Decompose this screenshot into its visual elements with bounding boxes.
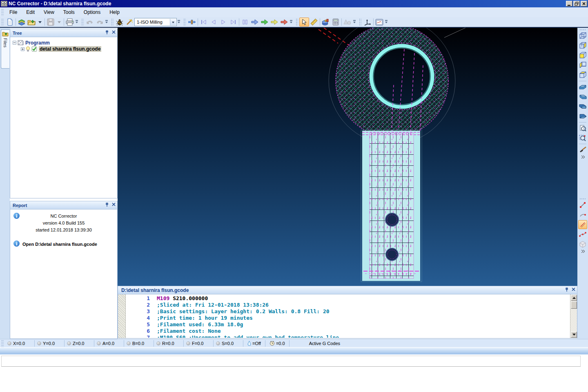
mode-combobox[interactable]: 1-ISO Milling — [134, 18, 177, 26]
view-cube-top-icon[interactable] — [578, 71, 587, 80]
zoom-page-icon[interactable] — [578, 124, 587, 133]
run-yellow-arrow-button[interactable] — [270, 18, 279, 27]
iso-view-nw-icon[interactable] — [578, 92, 587, 101]
gcode-line[interactable]: 3;Basic settings: Layer height: 0.2 Wall… — [126, 308, 570, 315]
toolbar-grip[interactable] — [1, 18, 4, 26]
expand-expander-icon[interactable] — [21, 47, 24, 51]
gcode-lines[interactable]: 1M109 S210.000000 2;Sliced at: Fri 12-01… — [126, 295, 570, 338]
run-green-arrow-button[interactable] — [260, 18, 270, 27]
view-cube-right-icon[interactable] — [578, 41, 587, 50]
measure-arc-icon[interactable] — [578, 210, 587, 219]
pin-icon[interactable] — [565, 287, 569, 292]
measure-line-icon[interactable] — [578, 200, 587, 209]
scroll-down-button[interactable] — [571, 332, 577, 338]
step-back-button[interactable] — [209, 18, 218, 27]
go-start-button[interactable] — [199, 18, 209, 27]
open-file-button[interactable] — [27, 18, 36, 27]
toolbar-overflow-tools[interactable] — [352, 18, 357, 26]
toolbar-overflow-view[interactable] — [384, 18, 389, 26]
gcode-line[interactable]: 2;Sliced at: Fri 12-01-2018 13:38:26 — [126, 302, 570, 308]
solid-view-icon[interactable] — [578, 240, 587, 249]
undo-button[interactable] — [85, 18, 95, 27]
go-end-button[interactable] — [228, 18, 238, 27]
play-button[interactable] — [218, 18, 228, 27]
print-button[interactable] — [65, 18, 75, 27]
toolbar-overflow-edit[interactable] — [105, 18, 109, 26]
menu-tools[interactable]: Tools — [59, 8, 79, 16]
tree-root-row[interactable]: Programm — [13, 40, 50, 46]
gcode-line[interactable]: 6;Filament cost: None — [126, 328, 570, 334]
view-cube-left-icon[interactable] — [578, 61, 587, 70]
run-red-arrow-button[interactable] — [279, 18, 289, 27]
gcode-editor[interactable]: 1M109 S210.000000 2;Sliced at: Fri 12-01… — [118, 294, 577, 339]
debug-button[interactable] — [115, 18, 125, 27]
toolbar-grip[interactable] — [579, 29, 586, 31]
settings-window-button[interactable] — [374, 18, 384, 27]
menu-grip[interactable] — [1, 9, 4, 16]
gcode-line[interactable]: 7;M190 S60 ;Uncomment to add your own be… — [126, 334, 570, 338]
save-button[interactable] — [46, 18, 56, 27]
close-button[interactable] — [581, 1, 587, 7]
gcode-line[interactable]: 5;Filament used: 6.33m 18.0g — [126, 321, 570, 328]
axes-button[interactable] — [363, 18, 372, 27]
close-icon[interactable] — [572, 287, 575, 291]
run-blue-arrow-button[interactable] — [250, 18, 260, 27]
collapse-expander-icon[interactable] — [13, 41, 16, 45]
close-icon[interactable] — [112, 30, 116, 34]
pin-icon[interactable] — [105, 30, 109, 35]
redraw-brush-icon[interactable] — [578, 145, 587, 154]
layers-button[interactable] — [17, 18, 27, 27]
menu-help[interactable]: Help — [105, 8, 124, 16]
tree-file-row[interactable]: detal sharnira flsun.gcode — [21, 46, 101, 52]
combo-dropdown-icon[interactable] — [170, 19, 176, 25]
close-icon[interactable] — [112, 203, 116, 206]
menu-file[interactable]: File — [5, 8, 22, 16]
toolbar-grip[interactable] — [359, 18, 361, 26]
scrollbar-thumb[interactable] — [571, 301, 577, 309]
redo-button[interactable] — [95, 18, 105, 27]
open-file-dropdown[interactable] — [36, 18, 44, 27]
scroll-up-button[interactable] — [571, 295, 577, 301]
menu-edit[interactable]: Edit — [22, 8, 39, 16]
files-tab[interactable]: Files — [1, 29, 9, 69]
toolbar-grip[interactable] — [81, 18, 84, 26]
axis-indicator-icon — [156, 341, 160, 345]
menu-view[interactable]: View — [39, 8, 59, 16]
select-pointer-button[interactable] — [299, 18, 309, 27]
simulation-slider-button[interactable] — [187, 18, 197, 27]
minimize-button[interactable] — [566, 1, 572, 7]
view-cube-wire-icon[interactable] — [578, 31, 587, 40]
iso-view-sw-icon[interactable] — [578, 112, 587, 121]
viewport-canvas[interactable] — [118, 28, 577, 286]
tree-file-label[interactable]: detal sharnira flsun.gcode — [39, 46, 101, 52]
menu-options[interactable]: Options — [79, 8, 105, 16]
tree-root-label[interactable]: Programm — [25, 40, 50, 46]
toolbar-grip[interactable] — [296, 18, 298, 26]
pause-button[interactable] — [240, 18, 250, 27]
measure-points-icon[interactable] — [578, 230, 587, 239]
toolbar-overflow-run[interactable] — [289, 18, 294, 26]
view-cube-front-icon[interactable] — [578, 51, 587, 60]
vertical-scrollbar[interactable] — [570, 294, 577, 338]
toolbar-grip[interactable] — [111, 18, 114, 26]
more-buttons-arrow[interactable] — [579, 155, 586, 159]
new-file-button[interactable] — [5, 18, 15, 27]
statistics-button[interactable] — [321, 18, 331, 27]
zoom-window-icon[interactable] — [578, 134, 587, 143]
more-buttons-arrow[interactable] — [579, 249, 586, 253]
save-dropdown[interactable] — [56, 18, 63, 27]
iso-view-se-icon[interactable] — [578, 102, 587, 111]
calculator-button[interactable] — [331, 18, 341, 27]
ruler-button[interactable] — [309, 18, 319, 27]
toolbar-grip[interactable] — [579, 198, 586, 200]
toolbar-grip[interactable] — [183, 18, 186, 26]
restore-button[interactable] — [573, 1, 580, 7]
toolbar-overflow-file[interactable] — [75, 18, 79, 26]
gcode-line[interactable]: 1M109 S210.000000 — [126, 295, 570, 302]
iso-view-ne-icon[interactable] — [578, 82, 587, 91]
pin-icon[interactable] — [105, 203, 109, 207]
toolbar-overflow-mode[interactable] — [177, 18, 181, 26]
trace-wand-button[interactable] — [125, 18, 134, 27]
gcode-line[interactable]: 4;Print time: 1 hour 19 minutes — [126, 315, 570, 321]
measure-line-active-icon[interactable] — [578, 220, 587, 229]
